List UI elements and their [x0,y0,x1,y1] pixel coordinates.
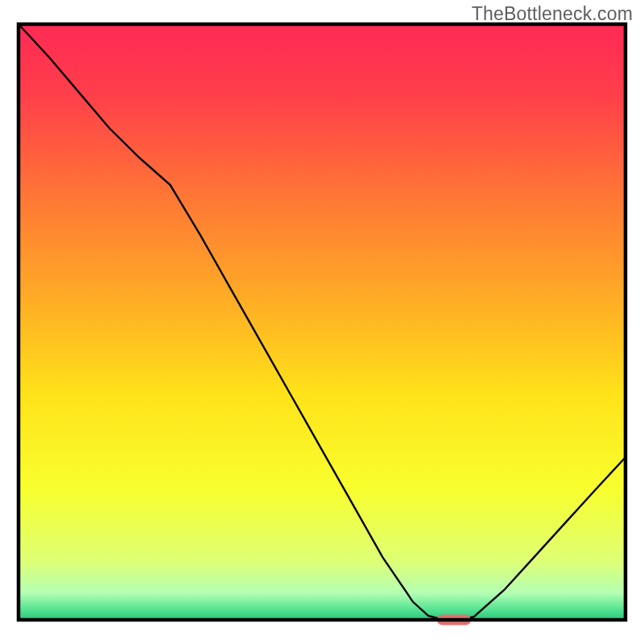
watermark-text: TheBottleneck.com [472,3,633,25]
gradient-background [19,24,625,620]
bottleneck-chart [0,0,644,644]
chart-container: { "watermark": "TheBottleneck.com", "cha… [0,0,644,644]
